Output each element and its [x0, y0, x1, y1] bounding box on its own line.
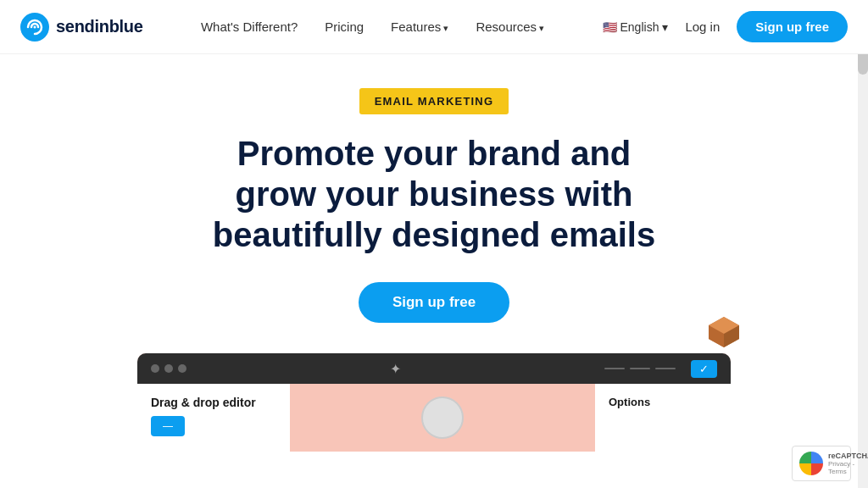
browser-bar: ✦ ✓ — [137, 353, 731, 384]
dot-2 — [164, 364, 173, 373]
options-panel: Options — [595, 384, 731, 452]
flag-icon: 🇺🇸 — [603, 20, 617, 34]
nav-right: 🇺🇸 English ▾ Log in Sign up free — [603, 11, 848, 42]
browser-center-logo: ✦ — [390, 361, 401, 377]
hero-title: Promote your brand and grow your busines… — [213, 133, 655, 255]
line-1 — [604, 368, 625, 369]
nav-links: What's Different? Pricing Features Resou… — [201, 19, 544, 35]
browser-right-controls: ✓ — [604, 360, 717, 378]
page-scrollbar[interactable] — [858, 0, 868, 488]
whats-different-link[interactable]: What's Different? — [201, 19, 298, 34]
nav-item-whats-different[interactable]: What's Different? — [201, 19, 298, 35]
drag-drop-label: Drag & drop editor — [151, 396, 276, 409]
nav-item-pricing[interactable]: Pricing — [325, 19, 364, 35]
editor-action-button[interactable]: — — [151, 416, 185, 436]
line-3 — [655, 368, 676, 369]
signup-nav-button[interactable]: Sign up free — [737, 11, 848, 42]
editor-middle — [290, 384, 595, 452]
sendinblue-logo-icon — [20, 13, 49, 42]
pricing-link[interactable]: Pricing — [325, 19, 364, 34]
decorative-box — [705, 313, 743, 351]
recaptcha-logo-icon — [799, 452, 823, 475]
recaptcha-badge: reCAPTCHA Privacy - Terms — [792, 446, 851, 481]
nav-item-features[interactable]: Features — [391, 19, 448, 35]
signup-hero-button[interactable]: Sign up free — [359, 282, 509, 323]
lang-label: English — [620, 20, 659, 34]
dot-1 — [151, 364, 159, 373]
browser-window: ✦ ✓ Drag & drop editor — — [137, 353, 731, 452]
recaptcha-text: reCAPTCHA Privacy - Terms — [828, 452, 868, 475]
logo-link[interactable]: sendinblue — [20, 13, 143, 42]
dot-3 — [178, 364, 186, 373]
browser-lines — [604, 368, 676, 369]
browser-dots — [151, 364, 186, 373]
language-selector[interactable]: 🇺🇸 English ▾ — [603, 20, 669, 34]
browser-content: Drag & drop editor — Options — [137, 384, 731, 452]
resources-link[interactable]: Resources — [476, 19, 544, 34]
editor-panel: Drag & drop editor — — [137, 384, 290, 452]
login-link[interactable]: Log in — [685, 19, 720, 34]
navbar: sendinblue What's Different? Pricing Fea… — [0, 0, 868, 54]
email-marketing-badge: EMAIL MARKETING — [359, 88, 509, 114]
nav-item-resources[interactable]: Resources — [476, 19, 544, 35]
avatar-placeholder — [421, 396, 464, 439]
line-2 — [630, 368, 650, 369]
svg-point-1 — [34, 25, 36, 28]
browser-check-button[interactable]: ✓ — [691, 360, 717, 378]
logo-text: sendinblue — [56, 17, 143, 36]
chevron-down-icon: ▾ — [662, 20, 668, 34]
preview-mockup: ✦ ✓ Drag & drop editor — — [137, 353, 731, 452]
options-label: Options — [609, 396, 717, 408]
hero-section: EMAIL MARKETING Promote your brand and g… — [0, 54, 868, 452]
features-link[interactable]: Features — [391, 19, 448, 34]
